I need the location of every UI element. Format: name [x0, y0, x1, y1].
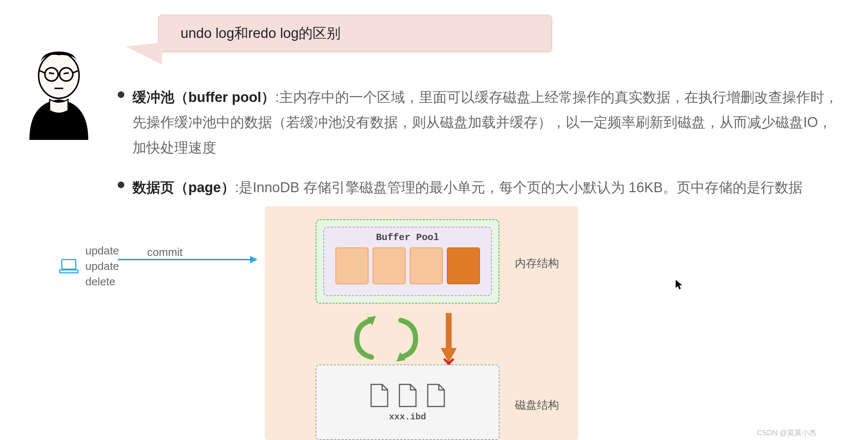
ops-text: update update delete	[85, 243, 119, 289]
commit-arrow-icon	[118, 252, 257, 267]
bullet-list: 缓冲池（buffer pool）:主内存中的一个区域，里面可以缓存磁盘上经常操作…	[118, 85, 846, 215]
client-operations: update update delete	[59, 243, 119, 289]
bullet-label: 缓冲池（buffer pool）	[132, 89, 275, 105]
title-speech-bubble: undo log和redo log的区别	[158, 15, 552, 52]
svg-rect-8	[62, 260, 76, 269]
buffer-pool-title: Buffer Pool	[331, 232, 484, 243]
sync-arrows-icon	[349, 313, 423, 365]
laptop-icon	[59, 258, 79, 274]
person-avatar	[15, 44, 103, 141]
bullet-item: 数据页（page）:是InnoDB 存储引擎磁盘管理的最小单元，每个页的大小默认…	[118, 175, 846, 200]
buffer-page-dirty	[447, 247, 480, 284]
buffer-pool-outer: Buffer Pool	[316, 219, 499, 304]
bullet-dot	[118, 182, 124, 188]
buffer-pool-inner: Buffer Pool	[323, 227, 492, 296]
buffer-page	[373, 247, 406, 284]
buffer-page	[410, 247, 443, 284]
svg-rect-14	[446, 313, 452, 350]
buffer-page	[335, 247, 369, 284]
svg-marker-11	[250, 256, 257, 263]
bullet-label: 数据页（page）	[132, 180, 235, 195]
mouse-cursor-icon	[675, 279, 683, 290]
title-text: undo log和redo log的区别	[181, 24, 341, 43]
bullet-desc: :是InnoDB 存储引擎磁盘管理的最小单元，每个页的大小默认为 16KB。页中…	[235, 180, 803, 195]
svg-rect-9	[60, 270, 78, 273]
svg-line-7	[64, 73, 69, 74]
bullet-text: 缓冲池（buffer pool）:主内存中的一个区域，里面可以缓存磁盘上经常操作…	[132, 85, 846, 160]
bullet-dot	[118, 91, 124, 98]
watermark: CSDN @莫莫小杰	[757, 428, 817, 438]
disk-label: 磁盘结构	[515, 398, 559, 413]
file-icon	[426, 383, 446, 408]
bullet-text: 数据页（page）:是InnoDB 存储引擎磁盘管理的最小单元，每个页的大小默认…	[132, 175, 803, 200]
disk-box: xxx.ibd	[316, 365, 499, 440]
bullet-item: 缓冲池（buffer pool）:主内存中的一个区域，里面可以缓存磁盘上经常操作…	[118, 85, 846, 160]
engine-box: Buffer Pool 内存结构 ✕ xxx.ibd 磁盘结构	[265, 206, 578, 440]
ibd-filename: xxx.ibd	[389, 412, 426, 422]
file-icon	[369, 383, 389, 408]
file-icon	[398, 383, 418, 408]
svg-line-6	[49, 73, 54, 74]
op-update1: update	[85, 243, 119, 258]
memory-label: 内存结构	[515, 256, 559, 271]
op-update2: update	[85, 258, 119, 274]
buffer-pages	[331, 247, 484, 284]
op-delete: delete	[85, 274, 119, 289]
file-icons	[369, 383, 446, 408]
